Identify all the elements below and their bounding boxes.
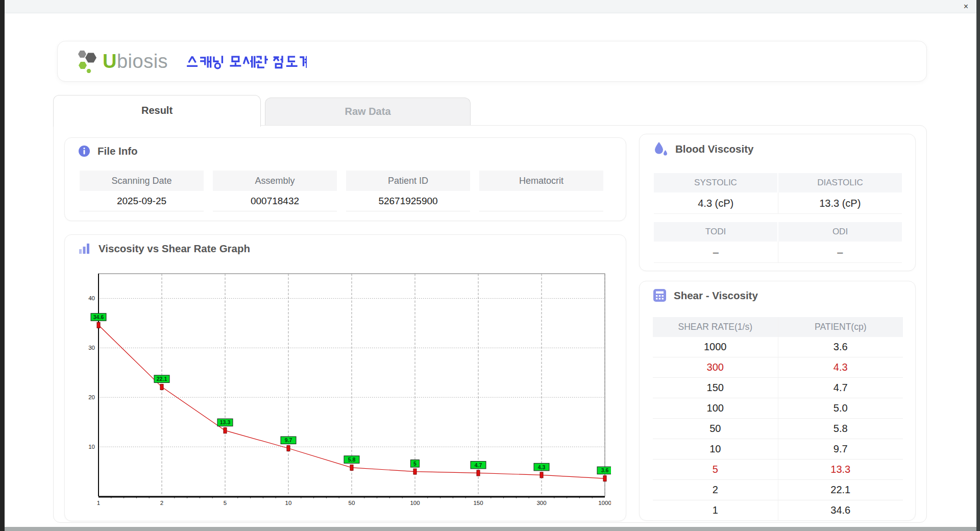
blood-viscosity-table: SYSTOLIC DIASTOLIC 4.3 (cP) 13.3 (cP) TO…	[654, 173, 902, 263]
svg-text:150: 150	[473, 500, 483, 506]
diastolic-value: 13.3 (cP)	[778, 192, 902, 214]
brand-u: U	[103, 51, 117, 72]
graph-header: Viscosity vs Shear Rate Graph	[78, 242, 250, 255]
patient-cell: 9.7	[778, 439, 903, 459]
shear-rate-cell: 1	[653, 500, 778, 520]
info-icon	[78, 145, 90, 157]
tab-raw-data-label: Raw Data	[345, 106, 390, 117]
svg-text:5.8: 5.8	[348, 456, 356, 463]
calculator-icon	[653, 288, 667, 302]
shear-rate-cell: 150	[653, 378, 778, 398]
odi-value: –	[778, 242, 902, 263]
header-card: Ubiosis	[57, 41, 927, 82]
tab-result-label: Result	[141, 105, 173, 116]
shear-table-row: 513.3	[653, 460, 903, 480]
svg-text:300: 300	[536, 500, 546, 506]
field-hematocrit: Hematocrit	[479, 171, 603, 211]
blood-value-row2: – –	[654, 242, 902, 263]
svg-text:5: 5	[413, 461, 416, 467]
systolic-header: SYSTOLIC	[654, 173, 777, 192]
todi-header: TODI	[654, 222, 777, 242]
svg-text:1000: 1000	[598, 500, 611, 506]
field-value: 52671925900	[346, 191, 470, 211]
shear-viscosity-header: Shear - Viscosity	[653, 288, 758, 302]
odi-header: ODI	[777, 222, 902, 242]
tab-raw-data[interactable]: Raw Data	[265, 98, 471, 125]
svg-text:5: 5	[224, 500, 227, 506]
patient-cell: 5.8	[778, 419, 903, 439]
field-label: Patient ID	[346, 171, 470, 191]
patient-cell: 22.1	[778, 480, 903, 500]
todi-value: –	[654, 242, 778, 263]
shear-table-row: 109.7	[653, 439, 903, 460]
close-button[interactable]: ×	[964, 1, 968, 12]
file-info-card: File Info Scanning Date 2025-09-25 Assem…	[64, 137, 626, 221]
patient-cell: 13.3	[778, 460, 903, 479]
shear-table-body: 10003.63004.31504.71005.0505.8109.7513.3…	[653, 337, 903, 521]
field-label: Assembly	[213, 171, 337, 191]
shear-viscosity-card: Shear - Viscosity SHEAR RATE(1/s) PATIEN…	[639, 281, 916, 521]
shear-rate-cell: 100	[653, 398, 778, 418]
shear-rate-cell: 50	[653, 419, 778, 439]
shear-rate-column-header: SHEAR RATE(1/s)	[653, 317, 778, 337]
desktop-edge-left	[0, 0, 5, 531]
patient-cell: 3.6	[778, 337, 903, 357]
shear-rate-cell: 5	[653, 460, 778, 479]
brand-rest: biosis	[117, 51, 168, 72]
blood-viscosity-title: Blood Viscosity	[675, 143, 753, 155]
shear-table-row: 1005.0	[653, 398, 903, 419]
systolic-value: 4.3 (cP)	[654, 192, 778, 214]
svg-text:50: 50	[349, 500, 355, 506]
shear-viscosity-title: Shear - Viscosity	[674, 289, 758, 302]
graph-card: Viscosity vs Shear Rate Graph 1020304012…	[64, 234, 626, 521]
file-info-title: File Info	[97, 145, 138, 157]
viscosity-chart: 102030401251050100150300100034.622.113.3…	[85, 268, 611, 513]
field-label: Hematocrit	[479, 171, 603, 191]
blood-header-row2: TODI ODI	[654, 222, 902, 242]
svg-text:34.6: 34.6	[93, 314, 104, 320]
svg-text:10: 10	[88, 444, 95, 450]
field-scanning-date: Scanning Date 2025-09-25	[80, 171, 204, 211]
brand-wordmark: Ubiosis	[103, 41, 168, 81]
window-bottom-border	[5, 527, 976, 531]
svg-text:1: 1	[97, 500, 100, 506]
field-value	[479, 191, 603, 211]
blood-value-row: 4.3 (cP) 13.3 (cP)	[654, 192, 902, 214]
shear-table-row: 1504.7	[653, 378, 903, 398]
patient-cell: 5.0	[778, 398, 903, 418]
tab-result[interactable]: Result	[53, 95, 261, 127]
patient-cell: 4.3	[778, 357, 903, 377]
blood-viscosity-card: Blood Viscosity SYSTOLIC DIASTOLIC 4.3 (…	[639, 134, 916, 271]
desktop-edge-right	[976, 0, 980, 531]
shear-viscosity-table: SHEAR RATE(1/s) PATIENT(cp) 10003.63004.…	[653, 317, 903, 521]
patient-column-header: PATIENT(cp)	[778, 317, 903, 337]
graph-title: Viscosity vs Shear Rate Graph	[99, 243, 250, 255]
app-title-korean	[184, 55, 307, 70]
shear-rate-cell: 1000	[653, 337, 778, 357]
field-value: 000718432	[213, 191, 337, 211]
svg-text:22.1: 22.1	[157, 376, 167, 382]
shear-rate-cell: 300	[653, 357, 778, 377]
bar-chart-icon	[78, 242, 91, 255]
patient-cell: 34.6	[778, 500, 903, 520]
svg-text:13.3: 13.3	[220, 419, 231, 425]
diastolic-header: DIASTOLIC	[777, 173, 902, 192]
svg-text:4.3: 4.3	[538, 464, 546, 470]
svg-text:2: 2	[160, 500, 163, 506]
shear-table-row: 222.1	[653, 480, 903, 500]
droplet-icon	[653, 141, 668, 157]
blood-viscosity-header: Blood Viscosity	[653, 141, 753, 157]
svg-text:40: 40	[88, 295, 95, 301]
field-patient-id: Patient ID 52671925900	[346, 171, 470, 211]
shear-table-header: SHEAR RATE(1/s) PATIENT(cp)	[653, 317, 903, 337]
window-titlebar: ×	[5, 0, 976, 13]
svg-text:20: 20	[88, 394, 95, 400]
svg-text:30: 30	[88, 345, 95, 351]
patient-cell: 4.7	[778, 378, 903, 398]
shear-table-row: 134.6	[653, 500, 903, 521]
field-assembly: Assembly 000718432	[213, 171, 337, 211]
spacer	[654, 214, 902, 222]
svg-text:4.7: 4.7	[475, 462, 482, 468]
ubiosis-logo-icon	[77, 49, 100, 75]
svg-text:9.7: 9.7	[285, 437, 292, 443]
